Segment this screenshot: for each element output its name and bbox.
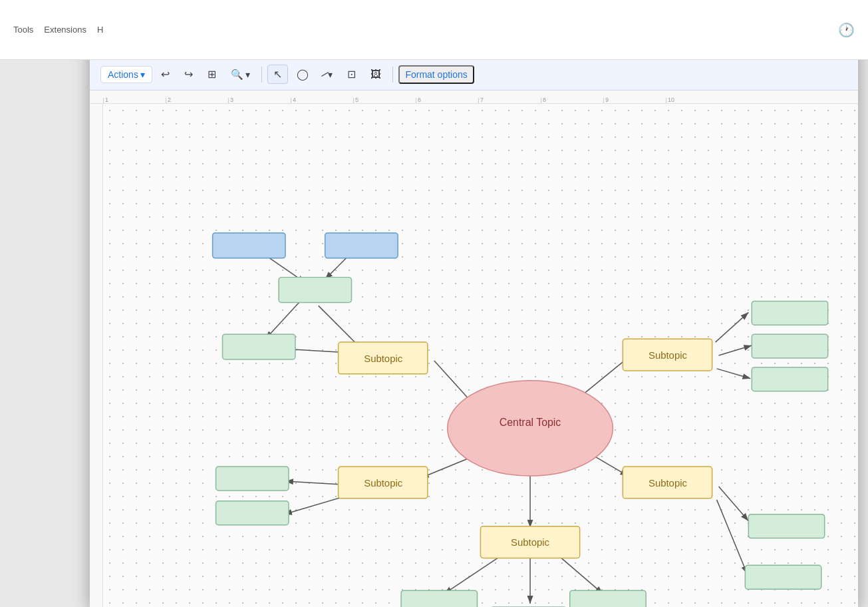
crop-button[interactable]: ⊡ [341, 65, 362, 84]
ruler-mark-10: 10 [666, 98, 728, 103]
ruler-mark-4: 4 [291, 98, 353, 103]
svg-rect-31 [752, 334, 827, 358]
ruler-mark-2: 2 [166, 98, 228, 103]
shape-button[interactable]: ◯ [291, 65, 315, 84]
toolbar-divider-1 [261, 67, 262, 83]
svg-line-9 [716, 312, 749, 342]
svg-text:Subtopic: Subtopic [649, 477, 688, 489]
ruler-mark-1: 1 [103, 98, 166, 103]
ruler-marks: 1 2 3 4 5 6 7 8 9 10 [90, 91, 728, 103]
svg-rect-25 [223, 334, 295, 359]
svg-line-19 [444, 554, 504, 594]
svg-rect-23 [325, 233, 398, 258]
svg-line-11 [717, 369, 751, 379]
zoom-icon: 🔍 [231, 69, 243, 81]
tools-label: Tools [13, 25, 33, 35]
svg-line-20 [557, 554, 603, 594]
image-icon: 🖼 [370, 69, 381, 81]
actions-button[interactable]: Actions ▾ [100, 66, 152, 83]
zoom-button[interactable]: 🔍 ▾ [225, 65, 256, 84]
ruler-mark-9: 9 [603, 98, 666, 103]
svg-text:Subtopic: Subtopic [364, 477, 403, 489]
undo-button[interactable]: ↩ [155, 65, 176, 84]
vertical-ruler [90, 104, 103, 607]
image-button[interactable]: 🖼 [364, 65, 387, 84]
crop-icon: ⊡ [347, 68, 356, 81]
doc-toolbar-icons: Tools Extensions H [13, 25, 103, 35]
drawing-modal: Drawing Auto-saved at 5:38:47 PM Save an… [90, 0, 858, 607]
svg-rect-24 [279, 278, 351, 303]
svg-text:Subtopic: Subtopic [649, 349, 688, 361]
svg-rect-37 [216, 467, 289, 491]
shape-icon: ◯ [297, 68, 309, 81]
actions-chevron-icon: ▾ [140, 69, 145, 80]
doc-toolbar: Tools Extensions H 🕐 [0, 0, 868, 60]
snap-button[interactable]: ⊞ [202, 65, 222, 84]
ruler-mark-7: 7 [478, 98, 541, 103]
line-button[interactable]: / ▾ [317, 65, 339, 84]
zoom-chevron-icon: ▾ [245, 69, 250, 80]
snap-icon: ⊞ [208, 68, 216, 81]
ruler-mark-6: 6 [416, 98, 478, 103]
svg-line-17 [717, 500, 748, 574]
ruler-mark-3: 3 [228, 98, 291, 103]
h-label: H [97, 25, 103, 35]
diagram-svg: Subtopic Subtopic Central Topic Subtopic… [90, 104, 858, 607]
toolbar-divider-2 [392, 67, 393, 83]
ruler-mark-8: 8 [541, 98, 603, 103]
svg-line-13 [285, 481, 342, 485]
svg-text:Central Topic: Central Topic [500, 417, 561, 428]
svg-rect-38 [216, 501, 289, 525]
svg-rect-46 [570, 590, 646, 607]
ruler-mark-5: 5 [353, 98, 416, 103]
undo-icon: ↩ [161, 68, 170, 81]
format-options-button[interactable]: Format options [398, 65, 474, 84]
svg-rect-22 [213, 233, 285, 258]
actions-label: Actions [108, 69, 138, 80]
svg-rect-41 [748, 514, 824, 538]
horizontal-ruler: 1 2 3 4 5 6 7 8 9 10 [90, 91, 858, 104]
cursor-button[interactable]: ↖ [267, 65, 288, 84]
svg-text:Subtopic: Subtopic [364, 353, 403, 364]
svg-rect-32 [752, 367, 827, 391]
extensions-label: Extensions [44, 25, 86, 35]
cursor-icon: ↖ [273, 68, 282, 81]
svg-rect-45 [401, 590, 477, 607]
history-icon[interactable]: 🕐 [838, 22, 855, 38]
svg-rect-30 [752, 301, 827, 325]
redo-button[interactable]: ↪ [178, 65, 199, 84]
redo-icon: ↪ [184, 68, 193, 81]
svg-text:Subtopic: Subtopic [511, 536, 550, 548]
drawing-toolbar: Actions ▾ ↩ ↪ ⊞ 🔍 ▾ ↖ ◯ / ▾ ⊡ [90, 59, 858, 91]
canvas-area[interactable]: Subtopic Subtopic Central Topic Subtopic… [90, 104, 858, 607]
svg-line-10 [719, 345, 752, 355]
svg-line-14 [284, 498, 341, 514]
svg-rect-42 [745, 565, 821, 589]
